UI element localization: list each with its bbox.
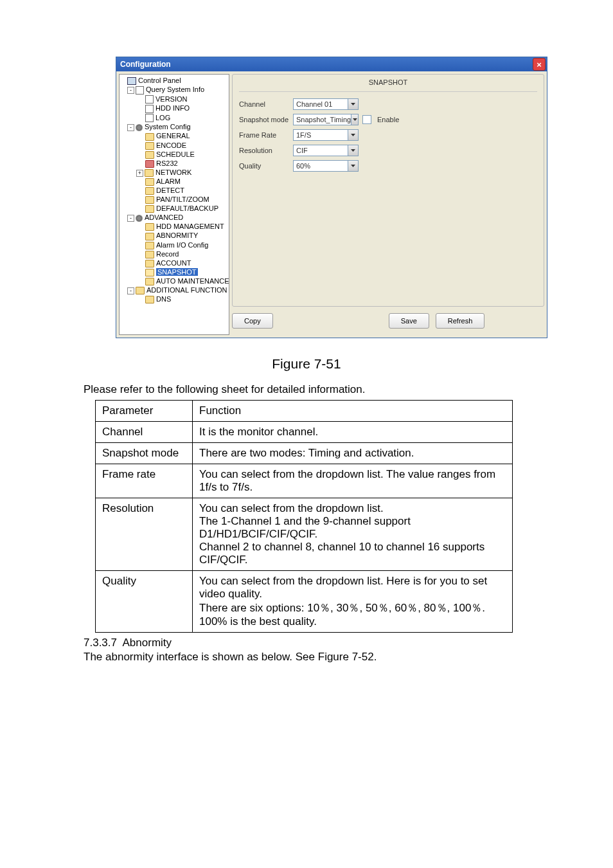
table-row: QualityYou can select from the dropdown … xyxy=(96,571,513,633)
snapshot-mode-select[interactable]: Snapshot_Timing xyxy=(293,114,359,125)
chevron-down-icon xyxy=(348,145,358,156)
tree-abnormity[interactable]: ABNORMITY xyxy=(156,231,198,239)
frame-rate-label: Frame Rate xyxy=(239,131,289,139)
expand-icon[interactable]: + xyxy=(136,170,143,177)
collapse-icon[interactable]: - xyxy=(127,124,134,131)
table-cell-parameter: Quality xyxy=(96,571,193,633)
collapse-icon[interactable]: - xyxy=(127,287,134,294)
tree-additional-function[interactable]: ADDITIONAL FUNCTION xyxy=(147,286,227,294)
folder-icon xyxy=(145,205,154,213)
resolution-label: Resolution xyxy=(239,147,289,154)
monitor-icon xyxy=(127,77,136,85)
content-pane: SNAPSHOT Channel Channel 01 Snapshot mod… xyxy=(232,74,544,335)
resolution-select[interactable]: CIF xyxy=(293,145,359,156)
chevron-down-icon xyxy=(348,130,358,140)
tree-control-panel[interactable]: Control Panel xyxy=(138,77,181,84)
section-heading: 7.3.3.7 Abnormity xyxy=(84,637,529,649)
tree-ptz[interactable]: PAN/TILT/ZOOM xyxy=(156,195,209,203)
folder-icon xyxy=(145,278,154,285)
folder-icon xyxy=(145,251,154,258)
snapshot-mode-label: Snapshot mode xyxy=(239,116,289,123)
tree-snapshot[interactable]: SNAPSHOT xyxy=(156,268,198,276)
tree-schedule[interactable]: SCHEDULE xyxy=(156,150,195,158)
quality-value: 60% xyxy=(296,162,310,170)
tree-alarm-io[interactable]: Alarm I/O Config xyxy=(156,241,208,249)
table-row: ResolutionYou can select from the dropdo… xyxy=(96,498,513,571)
folder-icon xyxy=(145,142,154,150)
divider xyxy=(239,91,537,92)
folder-open-icon xyxy=(145,269,154,276)
collapse-icon[interactable]: - xyxy=(127,215,134,222)
tree-query-sys-info[interactable]: Query System Info xyxy=(146,86,204,93)
close-icon: × xyxy=(537,60,542,69)
section-title: Abnormity xyxy=(123,637,172,649)
tree-record[interactable]: Record xyxy=(156,250,179,258)
tree-system-config[interactable]: System Config xyxy=(145,123,191,131)
table-row: Snapshot modeThere are two modes: Timing… xyxy=(96,443,513,464)
intro-text: Please refer to the following sheet for … xyxy=(84,383,529,396)
save-button[interactable]: Save xyxy=(389,313,429,329)
tree-hdd-info[interactable]: HDD INFO xyxy=(155,104,190,112)
gear-icon xyxy=(136,215,143,222)
tree-default-backup[interactable]: DEFAULT/BACKUP xyxy=(156,204,218,212)
folder-icon xyxy=(145,233,154,240)
doc-icon xyxy=(145,105,154,113)
title-bar: Configuration × xyxy=(116,57,547,71)
tree-log[interactable]: LOG xyxy=(155,114,170,122)
channel-value: Channel 01 xyxy=(296,100,332,108)
tree-general[interactable]: GENERAL xyxy=(156,132,190,140)
tree-network[interactable]: NETWORK xyxy=(155,168,191,176)
doc-icon xyxy=(136,86,144,95)
folder-icon xyxy=(145,187,154,195)
quality-select[interactable]: 60% xyxy=(293,160,359,172)
tree-account[interactable]: ACCOUNT xyxy=(156,259,191,267)
table-row: ChannelIt is the monitor channel. xyxy=(96,422,513,443)
enable-checkbox[interactable] xyxy=(362,115,371,124)
tree-hdd-management[interactable]: HDD MANAGEMENT xyxy=(156,222,224,230)
tree-alarm[interactable]: ALARM xyxy=(156,177,181,185)
snapshot-mode-value: Snapshot_Timing xyxy=(296,116,351,123)
channel-select[interactable]: Channel 01 xyxy=(293,98,359,110)
table-header-function: Function xyxy=(193,401,513,422)
table-cell-function: You can select from the dropdown list. H… xyxy=(193,571,513,633)
table-cell-function: There are two modes: Timing and activati… xyxy=(193,443,513,464)
table-cell-function: It is the monitor channel. xyxy=(193,422,513,443)
table-header-parameter: Parameter xyxy=(96,401,193,422)
folder-icon xyxy=(145,223,154,231)
folder-icon xyxy=(136,287,145,294)
quality-label: Quality xyxy=(239,162,289,170)
enable-label: Enable xyxy=(377,116,399,123)
folder-icon xyxy=(145,160,154,168)
content-heading: SNAPSHOT xyxy=(239,78,537,86)
tree-detect[interactable]: DETECT xyxy=(156,186,184,194)
tree-pane[interactable]: Control Panel -Query System Info VERSION… xyxy=(119,74,229,335)
gear-icon xyxy=(136,124,143,131)
tree-advanced[interactable]: ADVANCED xyxy=(145,213,183,221)
tree-encode[interactable]: ENCODE xyxy=(156,141,186,149)
table-cell-parameter: Snapshot mode xyxy=(96,443,193,464)
folder-icon xyxy=(145,151,154,159)
table-cell-function: You can select from the dropdown list. T… xyxy=(193,464,513,498)
figure-caption: Figure 7-51 xyxy=(84,356,529,372)
table-cell-parameter: Channel xyxy=(96,422,193,443)
chevron-down-icon xyxy=(348,161,358,171)
doc-icon xyxy=(145,95,154,104)
tree-auto-maint[interactable]: AUTO MAINTENANCE xyxy=(156,277,229,285)
chevron-down-icon xyxy=(348,99,358,109)
frame-rate-select[interactable]: 1F/S xyxy=(293,129,359,141)
tree-version[interactable]: VERSION xyxy=(155,95,188,103)
tree-dns[interactable]: DNS xyxy=(156,295,171,303)
window-title: Configuration xyxy=(120,60,533,69)
refresh-button[interactable]: Refresh xyxy=(436,313,485,329)
folder-icon xyxy=(145,169,154,177)
collapse-icon[interactable]: - xyxy=(127,87,134,94)
close-button[interactable]: × xyxy=(533,58,546,71)
resolution-value: CIF xyxy=(296,147,308,154)
frame-rate-value: 1F/S xyxy=(296,131,311,139)
chevron-down-icon xyxy=(351,114,358,125)
copy-button[interactable]: Copy xyxy=(232,313,273,329)
channel-label: Channel xyxy=(239,100,289,108)
tree-rs232[interactable]: RS232 xyxy=(156,159,178,167)
folder-icon xyxy=(145,296,154,303)
parameter-table: Parameter Function ChannelIt is the moni… xyxy=(95,400,513,633)
